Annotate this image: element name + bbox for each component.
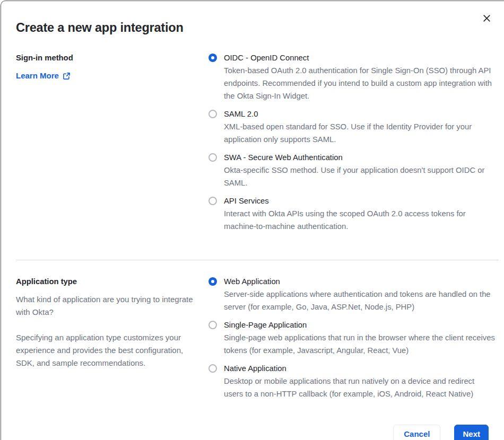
close-icon [483,14,491,22]
dialog-footer: Cancel Next [1,406,504,440]
radio-unselected-icon[interactable] [208,321,217,329]
option-description: XML-based open standard for SSO. Use if … [224,120,496,146]
radio-selected-icon[interactable] [208,54,217,62]
radio-option-oidc[interactable]: OIDC - OpenID Connect Token-based OAuth … [208,51,501,102]
option-description: Server-side applications where authentic… [224,288,496,313]
radio-option-native-application[interactable]: Native Application Desktop or mobile app… [208,362,501,400]
learn-more-link[interactable]: Learn More [16,69,71,82]
application-type-section: Application type What kind of applicatio… [1,275,504,406]
radio-option-swa[interactable]: SWA - Secure Web Authentication Okta-spe… [208,151,501,189]
option-label: SAML 2.0 [224,108,496,120]
radio-unselected-icon[interactable] [208,197,217,205]
external-link-icon [63,72,71,80]
option-label: SWA - Secure Web Authentication [224,151,496,164]
signin-method-section: Sign-in method Learn More OIDC - OpenID … [1,51,504,238]
radio-option-api-services[interactable]: API Services Interact with Okta APIs usi… [208,195,501,233]
option-description: Desktop or mobile applications that run … [224,375,496,400]
cancel-button[interactable]: Cancel [393,425,440,440]
option-label: Single-Page Application [224,319,496,331]
next-button[interactable]: Next [454,425,489,440]
radio-unselected-icon[interactable] [208,110,217,118]
signin-method-label: Sign-in method [16,51,203,64]
radio-option-saml[interactable]: SAML 2.0 XML-based open standard for SSO… [208,108,501,146]
section-divider [16,260,499,260]
application-type-label: Application type [16,275,203,288]
option-description: Interact with Okta APIs using the scoped… [224,207,496,233]
option-description: Okta-specific SSO method. Use if your ap… [224,164,496,189]
radio-option-single-page-application[interactable]: Single-Page Application Single-page web … [208,319,501,357]
radio-selected-icon[interactable] [208,277,217,286]
option-label: Native Application [224,362,496,375]
radio-unselected-icon[interactable] [208,364,217,373]
application-type-intro-1: What kind of application are you trying … [16,293,203,319]
radio-unselected-icon[interactable] [208,153,217,162]
option-description: Token-based OAuth 2.0 authentication for… [224,64,496,102]
create-app-integration-dialog: Create a new app integration Sign-in met… [1,1,504,440]
close-button[interactable] [481,13,492,23]
application-type-intro-2: Specifying an application type customize… [16,331,203,369]
learn-more-label: Learn More [16,69,59,82]
option-label: OIDC - OpenID Connect [224,51,496,64]
option-label: Web Application [224,275,496,288]
option-description: Single-page web applications that run in… [224,331,496,357]
option-label: API Services [224,195,496,207]
dialog-title: Create a new app integration [16,20,496,35]
radio-option-web-application[interactable]: Web Application Server-side applications… [208,275,501,313]
